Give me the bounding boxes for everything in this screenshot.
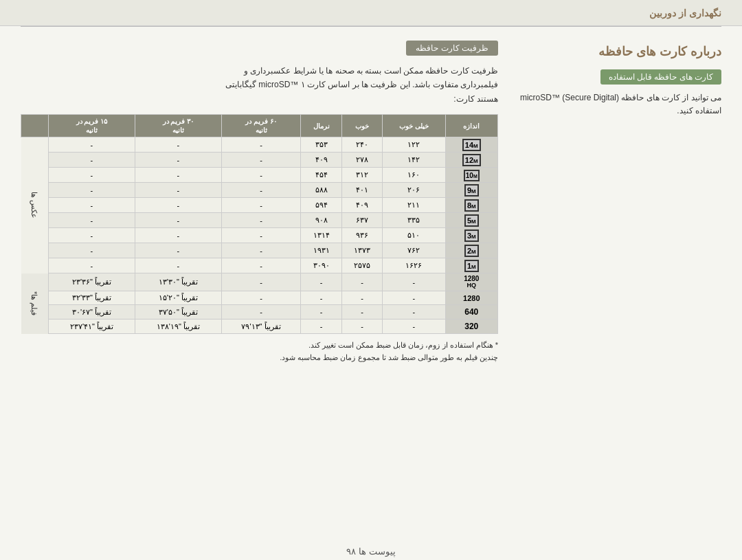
table-row: 1280HQ - - - - تقریباً "۳۰'۱۳ تقریباً "۳… xyxy=(21,273,498,291)
col-normal: نرمال xyxy=(301,115,341,137)
footnote2: چندین فیلم به طور متوالی ضبط شد تا مجموع… xyxy=(21,352,498,364)
table-row: 12M ۱۴۲ ۲۷۸ ۴۰۹ - - - xyxy=(21,153,498,168)
icon-cell: 1280HQ xyxy=(445,273,497,291)
page: نگهداری از دوربین درباره کارت های حافظه … xyxy=(0,0,742,560)
desc3: هستند کارت: xyxy=(453,94,498,104)
table-row: 1280 - - - - تقریباً "۲۰'۱۵ تقریباً "۳۳'… xyxy=(21,291,498,305)
page-number: پیوست ها ۹۸ xyxy=(0,543,742,560)
icon-cell: 5M xyxy=(445,213,497,228)
left-panel: ظرفیت کارت حافظه ظرفیت کارت حافظه ممکن ا… xyxy=(0,27,508,543)
videos-label: فیلم ها* xyxy=(21,273,49,334)
table-row: 1M ۱۶۲۶ ۲۵۷۵ ۳۰۹۰ - - - xyxy=(21,258,498,273)
col-very-good: خیلی خوب xyxy=(383,115,445,137)
footnotes: * هنگام استفاده از زوم، زمان قابل ضبط مم… xyxy=(21,339,498,363)
col-fps30: ۳۰ فریم درثانیه xyxy=(135,115,221,137)
col-good: خوب xyxy=(341,115,382,137)
description: ظرفیت کارت حافظه ممکن است بسته به صحنه ه… xyxy=(21,64,498,106)
col-fps60: ۶۰ فریم درثانیه xyxy=(221,115,301,137)
table-row: 640 - - - - تقریباً "۵۰'۳۷ تقریباً "۶۷'۳… xyxy=(21,305,498,320)
table-row: 5M ۳۳۵ ۶۳۷ ۹۰۸ - - - xyxy=(21,213,498,228)
icon-cell: 1280 xyxy=(445,291,497,305)
table-row: 3M ۵۱۰ ۹۳۶ ۱۳۱۴ - - - xyxy=(21,228,498,243)
col-size: اندازه xyxy=(445,115,497,137)
table-row: 2M ۷۶۲ ۱۳۷۳ ۱۹۳۱ - - - xyxy=(21,243,498,258)
icon-cell: 14M xyxy=(445,137,497,153)
icon-cell: 9M xyxy=(445,183,497,198)
icon-cell: 8M xyxy=(445,198,497,213)
top-bar: نگهداری از دوربین xyxy=(0,0,742,26)
icon-cell: 320 xyxy=(445,320,497,334)
footnote1: * هنگام استفاده از زوم، زمان قابل ضبط مم… xyxy=(21,339,498,352)
col-category xyxy=(21,115,49,137)
right-panel: درباره کارت های حافظه کارت های حافظه قاب… xyxy=(508,27,742,543)
icon-cell: 1M xyxy=(445,258,497,273)
table-row: 9M ۲۰۶ ۴۰۱ ۵۸۸ - - - xyxy=(21,183,498,198)
page-title: نگهداری از دوربین xyxy=(649,8,721,19)
section-title: درباره کارت های حافظه xyxy=(519,44,721,59)
content-area: درباره کارت های حافظه کارت های حافظه قاب… xyxy=(0,27,742,543)
icon-cell: 2M xyxy=(445,243,497,258)
col-fps15: ۱۵ فریم درثانیه xyxy=(49,115,135,137)
table-row: 14M ۱۲۲ ۲۴۰ ۳۵۳ - - - عکس ها xyxy=(21,137,498,153)
green-badge: کارت های حافظه قابل استفاده xyxy=(600,69,721,85)
photos-label: عکس ها xyxy=(21,137,49,273)
icon-cell: 640 xyxy=(445,305,497,320)
table-row: 10M ۱۶۰ ۳۱۲ ۴۵۴ - - - xyxy=(21,168,498,183)
memory-table: اندازه خیلی خوب خوب نرمال ۶۰ فریم درثانی… xyxy=(21,114,498,334)
table-row: 320 - - - تقریباً "۱۳'۷۹ تقریباً "۱۹'۱۳۸… xyxy=(21,320,498,334)
table-row: 8M ۲۱۱ ۴۰۹ ۵۹۴ - - - xyxy=(21,198,498,213)
right-description: می توانید از کارت های حافظه microSD™ (Se… xyxy=(519,91,721,117)
gray-badge: ظرفیت کارت حافظه xyxy=(406,41,498,56)
icon-cell: 10M xyxy=(445,168,497,183)
icon-cell: 12M xyxy=(445,153,497,168)
desc1: ظرفیت کارت حافظه ممکن است بسته به صحنه ه… xyxy=(244,66,498,76)
icon-cell: 3M xyxy=(445,228,497,243)
desc2: فیلمبرداری متفاوت باشد. این ظرفیت ها بر … xyxy=(225,80,498,89)
